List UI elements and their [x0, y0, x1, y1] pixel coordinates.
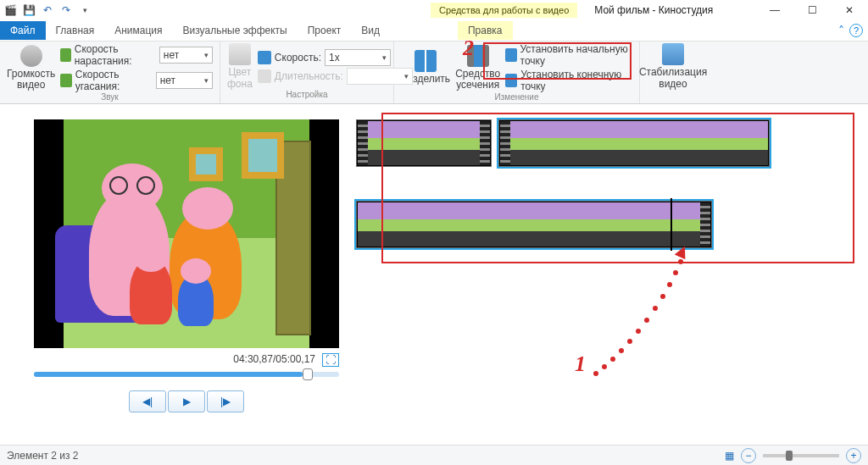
view-thumbnails-icon[interactable]: ▦ — [725, 450, 734, 462]
speed-label: Скорость: — [275, 52, 321, 64]
contextual-tab-label: Средства для работы с видео — [431, 3, 577, 18]
duration-icon — [258, 69, 271, 83]
play-button[interactable]: ▶ — [168, 390, 205, 412]
fade-in-combo[interactable]: нет — [159, 47, 213, 64]
speed-icon — [258, 51, 271, 64]
prev-frame-button[interactable]: ◀| — [129, 390, 166, 412]
save-icon[interactable]: 💾 — [22, 3, 36, 17]
qat-dropdown-icon[interactable]: ▾ — [78, 3, 92, 17]
annotation-number-1: 1 — [575, 352, 586, 377]
timecode: 04:30,87/05:00,17 — [233, 353, 315, 367]
duration-combo — [347, 68, 413, 85]
help-icon[interactable]: ? — [849, 24, 863, 37]
maximize-button[interactable]: ☐ — [793, 0, 831, 20]
quick-access-toolbar: 🎬 💾 ↶ ↷ ▾ — [0, 3, 92, 17]
annotation-number-2: 2 — [463, 36, 474, 61]
zoom-out-button[interactable]: − — [741, 448, 756, 463]
ribbon-collapse-icon[interactable]: ˄ — [833, 21, 849, 40]
ribbon: Громкость видео Скорость нарастания: нет… — [0, 41, 868, 104]
speaker-icon — [20, 45, 42, 67]
zoom-in-button[interactable]: + — [846, 448, 861, 463]
minimize-button[interactable]: — — [756, 0, 793, 20]
close-button[interactable]: ✕ — [831, 0, 868, 20]
group-settings-label: Настройка — [227, 90, 387, 102]
annotation-box-1 — [381, 113, 854, 263]
title-bar: 🎬 💾 ↶ ↷ ▾ Средства для работы с видео Мо… — [0, 0, 868, 20]
tab-view[interactable]: Вид — [351, 21, 390, 40]
next-frame-button[interactable]: |▶ — [207, 390, 244, 412]
app-icon: 🎬 — [3, 3, 17, 17]
paint-icon — [229, 43, 251, 65]
tab-animation[interactable]: Анимация — [104, 21, 172, 40]
fade-in-icon — [60, 48, 71, 62]
video-volume-label: Громкость видео — [7, 69, 55, 91]
fullscreen-icon[interactable]: ⛶ — [322, 353, 339, 367]
tab-visual-effects[interactable]: Визуальные эффекты — [173, 21, 298, 40]
tab-file[interactable]: Файл — [0, 21, 46, 40]
zoom-slider[interactable] — [763, 454, 839, 457]
status-bar: Элемент 2 из 2 ▦ − + — [0, 445, 868, 465]
fade-out-combo[interactable]: нет — [156, 72, 213, 89]
fade-out-icon — [60, 74, 72, 87]
preview-pane: 04:30,87/05:00,17 ⛶ ◀| ▶ |▶ — [0, 104, 348, 445]
split-icon — [415, 50, 437, 72]
video-volume-button[interactable]: Громкость видео — [7, 45, 55, 91]
bg-color-label: Цвет фона — [227, 67, 253, 89]
undo-icon[interactable]: ↶ — [41, 3, 54, 17]
stabilize-button[interactable]: Стабилизация видео — [647, 43, 699, 89]
status-element-count: Элемент 2 из 2 — [7, 450, 79, 462]
tab-project[interactable]: Проект — [298, 21, 352, 40]
speed-combo[interactable]: 1x — [325, 49, 391, 66]
group-change-label: Изменение — [401, 92, 632, 102]
tab-home[interactable]: Главная — [46, 21, 105, 40]
video-preview[interactable] — [34, 119, 339, 348]
stabilize-icon — [662, 43, 684, 65]
fade-out-label: Скорость угасания: — [75, 69, 153, 92]
annotation-box-2 — [483, 42, 632, 80]
fade-in-label: Скорость нарастания: — [75, 43, 156, 67]
stabilize-label: Стабилизация видео — [639, 67, 707, 89]
ribbon-tabs: Файл Главная Анимация Визуальные эффекты… — [0, 20, 868, 41]
group-sound-label: Звук — [7, 92, 213, 102]
window-title: Мой фильм - Киностудия — [594, 4, 713, 16]
bg-color-button[interactable]: Цвет фона — [227, 43, 253, 89]
seek-bar[interactable] — [34, 372, 339, 377]
duration-label: Длительность: — [275, 70, 343, 82]
redo-icon[interactable]: ↷ — [59, 3, 73, 17]
